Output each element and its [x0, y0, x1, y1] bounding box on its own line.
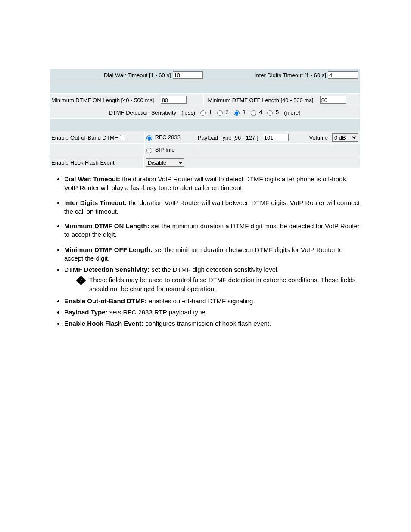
sensitivity-less: (less): [181, 109, 195, 116]
dtmf-form: Dial Wait Timeout [1 - 60 s] Inter Digit…: [50, 69, 360, 169]
dtmf-off-input[interactable]: [320, 96, 346, 104]
sensitivity-4[interactable]: [251, 110, 256, 116]
dial-wait-label: Dial Wait Timeout [1 - 60 s]: [104, 72, 171, 78]
volume-label: Volume: [309, 134, 328, 141]
hookflash-select[interactable]: Disable: [146, 158, 184, 167]
sensitivity-label: DTMF Detection Sensitivity: [109, 109, 176, 116]
list-item: Payload Type: sets RFC 2833 RTP payload …: [64, 308, 361, 317]
list-item: Enable Out-of-Band DTMF: enables out-of-…: [64, 297, 361, 305]
list-item: DTMF Detection Sensitivity: set the DTMF…: [64, 265, 361, 293]
sensitivity-row: DTMF Detection Sensitivity (less) 1 2 3 …: [107, 108, 302, 116]
sensitivity-1[interactable]: [200, 110, 206, 116]
list-item: Minimum DTMF OFF Length: set the minimum…: [64, 246, 361, 263]
list-item: Inter Digits Timeout: the duration VoIP …: [64, 199, 361, 216]
list-item: Enable Hook Flash Event: configures tran…: [64, 319, 361, 328]
sensitivity-5[interactable]: [267, 110, 273, 116]
list-item: Dial Wait Timeout: the duration VoIP Rou…: [64, 175, 361, 193]
sensitivity-2[interactable]: [217, 110, 223, 116]
oob-mode-rfc2833[interactable]: [146, 135, 152, 141]
oob-mode-sipinfo[interactable]: [146, 148, 152, 153]
inter-digits-input[interactable]: [328, 71, 358, 79]
dtmf-off-label: Minimum DTMF OFF Length [40 - 500 ms]: [208, 97, 313, 103]
volume-select[interactable]: 0 dB: [332, 133, 358, 142]
hookflash-label: Enable Hook Flash Event: [51, 159, 115, 166]
dtmf-on-input[interactable]: [161, 96, 187, 104]
payload-label: Payload Type [96 - 127 ]: [198, 134, 258, 141]
description-list: Dial Wait Timeout: the duration VoIP Rou…: [50, 175, 361, 328]
sensitivity-more: (more): [284, 109, 300, 116]
oob-checkbox[interactable]: [120, 135, 125, 140]
sensitivity-3[interactable]: [234, 110, 240, 116]
oob-label: Enable Out-of-Band DTMF: [51, 134, 118, 141]
dial-wait-input[interactable]: [173, 71, 203, 79]
payload-input[interactable]: [263, 134, 289, 141]
dtmf-on-label: Minimum DTMF ON Length [40 - 500 ms]: [51, 97, 154, 103]
list-item: Minimum DTMF ON Length: set the minimum …: [64, 222, 361, 240]
note: These fields may be used to control fals…: [76, 276, 361, 293]
inter-digits-label: Inter Digits Timeout [1 - 60 s]: [255, 72, 326, 78]
warning-icon: [76, 276, 86, 285]
